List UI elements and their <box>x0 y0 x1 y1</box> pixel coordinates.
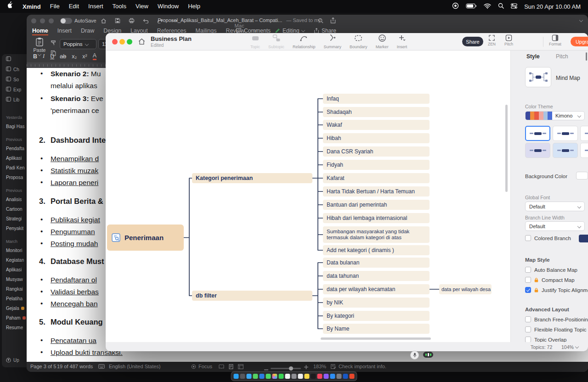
bold-button[interactable]: B <box>33 53 37 60</box>
sidebar-item-up[interactable]: Up <box>6 358 19 363</box>
dock-app-calendar[interactable] <box>285 374 290 379</box>
sidebar-item[interactable]: Kegiatan <box>6 255 28 265</box>
menubar-app-name[interactable]: Xmind <box>18 3 45 10</box>
tab-home[interactable]: Home <box>32 28 48 34</box>
sidebar-item[interactable]: Strategi <box>6 214 28 224</box>
zoom-in-button[interactable] <box>304 365 308 370</box>
sidebar-item[interactable]: Gejala <box>6 303 28 313</box>
dock-app-launchpad[interactable] <box>240 374 245 379</box>
zoom-out-button[interactable] <box>264 366 268 371</box>
upgrade-button[interactable]: Upgrade <box>571 37 588 46</box>
sidebar-item[interactable]: Rangkai <box>6 284 28 294</box>
mindmap-subtopic[interactable]: Sumbangan masyarakat yang tidak termasuk… <box>323 226 430 243</box>
marker-button[interactable]: Marker <box>374 34 390 49</box>
mindmap-subtopic[interactable]: By kategori <box>323 311 430 321</box>
home-icon[interactable] <box>101 18 107 24</box>
font-select[interactable]: Poppins <box>60 39 96 49</box>
search-icon[interactable] <box>318 18 323 23</box>
dock-app-music[interactable] <box>317 374 322 379</box>
option-justify-topic-alignment[interactable]: Justify Topic Alignment <box>525 287 588 293</box>
ribbon-collapse-icon[interactable] <box>579 18 583 22</box>
format-painter-icon[interactable] <box>51 39 57 48</box>
canvas-zoom[interactable]: 104% <box>561 344 578 350</box>
menubar-menu-window[interactable]: Window <box>153 0 183 13</box>
menubar-menu-view[interactable]: View <box>131 0 153 13</box>
option-flexible-floating-topic[interactable]: Flexible Floating Topic <box>525 326 587 332</box>
autosave-toggle[interactable]: AutoSave <box>60 18 96 24</box>
sidebar-item[interactable]: Resume <box>6 323 28 332</box>
relationship-button[interactable]: Relationship <box>291 34 317 49</box>
insert-button[interactable]: Insert <box>396 34 409 49</box>
tab-pitch[interactable]: Pitch <box>556 53 568 60</box>
zoom-button[interactable] <box>127 39 132 45</box>
spotlight-icon[interactable] <box>498 3 504 10</box>
theme-thumbnail[interactable] <box>580 126 588 141</box>
theme-thumbnail[interactable] <box>525 143 550 158</box>
vertical-scrollbar[interactable] <box>505 105 508 192</box>
tab-insert[interactable]: Insert <box>57 28 72 34</box>
read-mode-icon[interactable] <box>219 364 224 370</box>
checkbox[interactable] <box>525 316 531 322</box>
keyboard-icon[interactable] <box>98 364 105 370</box>
sidebar-item[interactable]: Bagi Has <box>6 122 28 131</box>
mindmap-subtopic[interactable]: Wakaf <box>323 120 430 130</box>
minimize-button[interactable] <box>119 39 125 45</box>
home-icon[interactable] <box>138 38 146 47</box>
checkbox[interactable] <box>525 277 531 283</box>
sidebar-item[interactable]: Cartoon <box>6 204 28 214</box>
sidebar-item[interactable]: Padi Ken <box>6 163 28 173</box>
theme-thumbnail[interactable] <box>553 126 578 141</box>
zoom-button[interactable] <box>49 18 54 23</box>
menubar-menu-file[interactable]: File <box>45 0 64 13</box>
microphone-icon[interactable] <box>410 351 419 360</box>
menubar-menu-help[interactable]: Help <box>183 0 205 13</box>
summary-button[interactable]: Summary <box>322 34 343 49</box>
panel-tool-exp[interactable]: Exp <box>2 84 28 95</box>
checkbox[interactable] <box>525 267 531 273</box>
dock-app-messages[interactable] <box>253 374 258 379</box>
sidebar-item[interactable]: Monitori <box>6 246 28 255</box>
panel-tool-ch[interactable]: Ch <box>2 64 28 74</box>
mindmap-subtopic[interactable]: Infaq <box>323 94 430 104</box>
focus-label[interactable]: Focus <box>198 364 212 369</box>
dock-app-reminders[interactable] <box>298 374 303 379</box>
superscript-button[interactable]: x² <box>82 53 87 60</box>
option-topic-overlap[interactable]: Topic Overlap <box>525 337 566 342</box>
tab-draw[interactable]: Draw <box>81 28 94 34</box>
colored-branch-option[interactable]: Colored Branch <box>525 235 571 241</box>
mindmap-subtopic[interactable]: data per wilayah desa <box>439 284 492 294</box>
dock-app-xmind[interactable] <box>350 374 355 379</box>
branch-color-swatch[interactable] <box>579 235 588 242</box>
panel-tool-so[interactable]: So <box>2 74 28 84</box>
italic-button[interactable]: I <box>43 53 45 60</box>
print-layout-icon[interactable] <box>229 364 233 370</box>
panel-scrollbar[interactable] <box>586 52 587 61</box>
mindmap-subtopic[interactable]: Dana CSR Syariah <box>323 146 430 157</box>
sidebar-item[interactable]: Pelatiha <box>6 294 28 303</box>
menubar-menu-insert[interactable]: Insert <box>84 0 108 13</box>
dock-app-maps[interactable] <box>266 374 271 379</box>
web-layout-icon[interactable] <box>238 364 243 370</box>
zoom-slider[interactable] <box>271 366 301 367</box>
battery-icon[interactable] <box>466 3 477 10</box>
subscript-button[interactable]: x₂ <box>72 53 77 60</box>
dock-app-notes[interactable] <box>305 374 310 379</box>
control-center-icon[interactable] <box>511 3 517 10</box>
sidebar-item[interactable]: Analisis <box>6 195 28 204</box>
mindmap-branch-topic[interactable]: Kategori penerimaan <box>192 173 312 183</box>
mindmap-subtopic[interactable]: Kafarat <box>323 173 430 183</box>
checkbox[interactable] <box>525 337 531 342</box>
sidebar-item[interactable]: Pendafta <box>6 144 28 153</box>
dock-app-word[interactable] <box>343 374 348 379</box>
colored-branch-checkbox[interactable] <box>525 235 531 241</box>
mindmap-subtopic[interactable]: Hibah dari lembaga internasional <box>323 213 430 223</box>
mindmap-canvas[interactable]: PenerimaanKategori penerimaanInfaqShadaq… <box>106 51 511 342</box>
format-button[interactable]: Format <box>549 34 561 46</box>
option-auto-balance-map[interactable]: Auto Balance Map <box>525 267 577 273</box>
dock-app-safari[interactable] <box>247 374 252 379</box>
pitch-button[interactable]: Pitch <box>504 34 513 46</box>
dock-app-finder[interactable] <box>234 374 239 379</box>
mindmap-subtopic[interactable]: by NIK <box>323 298 430 308</box>
mindmap-subtopic[interactable]: Fidyah <box>323 160 430 170</box>
branch-line-width-select[interactable]: Default <box>525 221 585 231</box>
